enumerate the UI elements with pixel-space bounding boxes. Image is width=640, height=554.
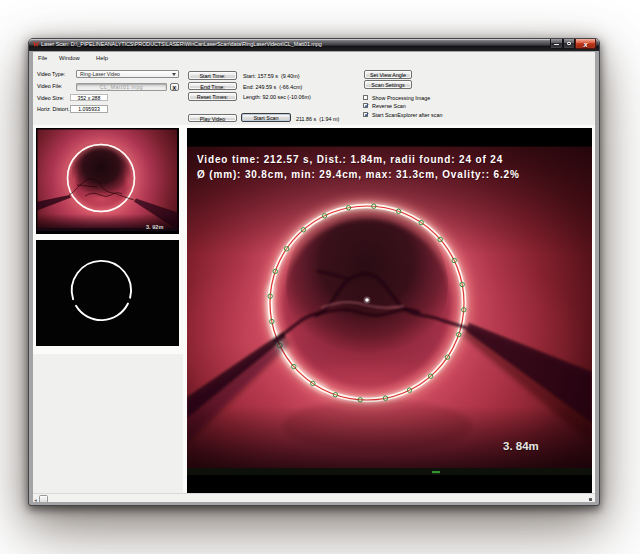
svg-text:3. 92m: 3. 92m [146,224,163,230]
svg-text:Video time: 212.57 s, Dist.: 1: Video time: 212.57 s, Dist.: 1.84m, radi… [197,154,503,165]
svg-text:3. 84m: 3. 84m [503,440,539,452]
svg-text:Ø (mm): 30.8cm, min: 29.4cm, m: Ø (mm): 30.8cm, min: 29.4cm, max: 31.3cm… [197,169,520,180]
